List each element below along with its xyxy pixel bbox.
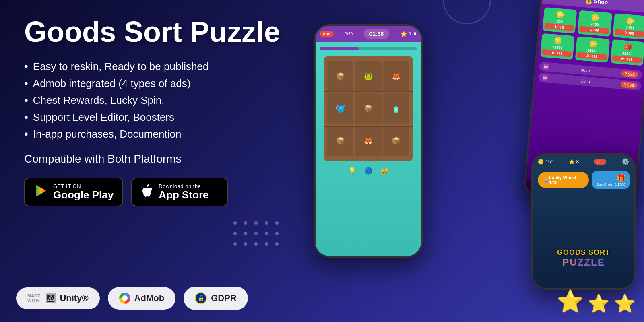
lives-price-1: 2.99$ bbox=[621, 70, 638, 78]
star-chest-label: Star Chest 8/1500 bbox=[596, 182, 625, 186]
br-coins-display: 🪙 150 bbox=[538, 159, 553, 165]
shop-item-1: 🪙 900 1.99$ bbox=[543, 7, 577, 34]
timer-display: 01:38 bbox=[364, 29, 390, 39]
admob-badge: AdMob bbox=[108, 287, 176, 310]
coin-value-br: 150 bbox=[545, 159, 553, 165]
compat-text: Compatible with Both Platforms bbox=[24, 153, 314, 165]
star-icon: ⭐ bbox=[400, 31, 407, 37]
shelf-slot-7: 📦 bbox=[327, 126, 353, 156]
phone-main-screen: ADS 0/30 01:38 ⭐ 0 ⏸ bbox=[316, 26, 421, 256]
apple-icon bbox=[141, 184, 154, 200]
made-with-label: MADEWITH bbox=[27, 293, 40, 303]
unity-label: Unity® bbox=[60, 293, 88, 303]
game-shelf: 📦 🐸 🦊 🪣 📦 🧴 📦 🦊 📦 bbox=[324, 56, 413, 161]
app-store-badge[interactable]: Download on the App Store bbox=[131, 178, 228, 206]
br-game-title-area: GOODS SORT PUZZLE bbox=[533, 248, 634, 268]
game-content: 📦 🐸 🦊 🪣 📦 🧴 📦 🦊 📦 💡 🔵 🔐 bbox=[316, 42, 421, 178]
pause-icon: ⏸ bbox=[413, 31, 417, 36]
coin-price-6: 69.99$ bbox=[612, 55, 642, 63]
ads-button: ADS bbox=[320, 31, 334, 37]
star-value-br: 8 bbox=[576, 159, 579, 165]
gdpr-label: GDPR bbox=[211, 293, 237, 303]
bottom-badges: MADEWITH Unity® AdMob 🔒 GDPR bbox=[16, 287, 248, 310]
lucky-wheel-row: 🎡 Lucky Wheel 1/10 🎁 Star Chest 8/1500 bbox=[538, 171, 630, 189]
full-label: Full bbox=[594, 159, 607, 165]
app-store-text: Download on the App Store bbox=[159, 183, 208, 201]
br-game-title-2: PUZZLE bbox=[533, 257, 634, 268]
phone-main: ADS 0/30 01:38 ⭐ 0 ⏸ bbox=[314, 24, 423, 258]
store-badges: GET IT ON Google Play Download on the Ap… bbox=[24, 178, 314, 206]
powerup-1: 💡 bbox=[348, 167, 356, 175]
lives-price-2: 9.99$ bbox=[620, 81, 637, 89]
deco-star-1: ⭐ bbox=[557, 289, 584, 314]
powerup-items: 💡 🔵 🔐 bbox=[348, 167, 388, 175]
coin-amount-1: 900 bbox=[556, 19, 563, 24]
lives-icon-1: ♾️ bbox=[543, 64, 549, 70]
admob-label: AdMob bbox=[134, 293, 165, 303]
coin-icon-4: 🪙 bbox=[553, 37, 562, 45]
level-counter: 0/30 bbox=[345, 32, 353, 36]
settings-icon-br[interactable]: ⚙️ bbox=[621, 158, 630, 165]
coin-amount-3: 5400 bbox=[625, 25, 634, 30]
shelf-slot-9: 📦 bbox=[383, 126, 409, 156]
coin-icon-2: 🪙 bbox=[591, 14, 600, 22]
google-play-icon bbox=[34, 184, 48, 200]
shop-item-3: 🪙 5400 9.99$ bbox=[613, 13, 644, 40]
coin-icon-5: 🪙 bbox=[588, 40, 597, 48]
phone-bottom-right: 🪙 150 ⭐ 8 Full ⚙️ 🎡 Lucky Wheel 1/10 bbox=[531, 153, 636, 290]
phone-topbar: ADS 0/30 01:38 ⭐ 0 ⏸ bbox=[316, 26, 421, 42]
lives-label-1: 30 m bbox=[581, 68, 590, 73]
dots-decoration bbox=[233, 221, 283, 250]
gdpr-badge: 🔒 GDPR bbox=[184, 287, 248, 310]
coin-icon-br: 🪙 bbox=[538, 159, 544, 165]
phones-area: 💰 Shop 🪙 900 1.99$ 🪙 2400 4.99$ 🪙 5400 bbox=[282, 0, 644, 322]
feature-3: Chest Rewards, Lucky Spin, bbox=[24, 94, 314, 107]
lucky-wheel-btn[interactable]: 🎡 Lucky Wheel 1/10 bbox=[538, 172, 589, 188]
coin-icon-3: 🪙 bbox=[626, 17, 635, 25]
shelf-slot-4: 🪣 bbox=[327, 93, 353, 124]
coin-price-5: 39.99$ bbox=[577, 52, 607, 60]
coin-price-1: 1.99$ bbox=[544, 23, 574, 31]
br-header: 🪙 150 ⭐ 8 Full ⚙️ bbox=[533, 155, 634, 169]
phone-br-screen: 🪙 150 ⭐ 8 Full ⚙️ 🎡 Lucky Wheel 1/10 bbox=[533, 155, 634, 288]
coin-amount-6: 42000 bbox=[622, 51, 633, 56]
coin-price-4: 19.99$ bbox=[542, 49, 572, 57]
stars-display: ⭐ 0 ⏸ bbox=[400, 31, 417, 37]
powerup-2: 🔵 bbox=[364, 167, 372, 175]
unity-icon bbox=[46, 293, 56, 303]
shop-item-4: 🪙 11000 19.99$ bbox=[540, 33, 575, 60]
br-rewards: 🎡 Lucky Wheel 1/10 🎁 Star Chest 8/1500 bbox=[533, 169, 634, 191]
shop-title: 💰 Shop bbox=[585, 0, 608, 5]
page-title: Goods Sort Puzzle bbox=[24, 16, 314, 48]
coin-amount-2: 2400 bbox=[590, 22, 599, 27]
br-stars-display: ⭐ 8 bbox=[569, 159, 579, 165]
coin-amount-5: 24000 bbox=[587, 48, 598, 53]
powerup-3: 🔐 bbox=[380, 167, 388, 175]
gdpr-icon: 🔒 bbox=[195, 292, 207, 304]
feature-2: Admob integrated (4 types of ads) bbox=[24, 77, 314, 90]
google-play-text: GET IT ON Google Play bbox=[53, 183, 114, 201]
feature-1: Easy to reskin, Ready to be published bbox=[24, 60, 314, 73]
lives-label-2: 120 m bbox=[579, 78, 590, 84]
deco-star-3: ⭐ bbox=[614, 293, 636, 314]
shelf-slot-1: 📦 bbox=[327, 61, 353, 92]
google-play-badge[interactable]: GET IT ON Google Play bbox=[24, 178, 123, 206]
star-icon-br: ⭐ bbox=[569, 159, 575, 165]
gift-icon: 🎁 bbox=[596, 173, 625, 182]
deco-star-2: ⭐ bbox=[588, 293, 610, 314]
lives-icon-2: ♾️ bbox=[542, 74, 549, 80]
coin-price-2: 4.99$ bbox=[579, 26, 609, 34]
lucky-wheel-label: Lucky Wheel 1/10 bbox=[549, 175, 583, 185]
features-list: Easy to reskin, Ready to be published Ad… bbox=[24, 60, 314, 140]
br-game-title-1: GOODS SORT bbox=[533, 248, 634, 257]
shop-item-6: 🎒 42000 69.99$ bbox=[610, 39, 644, 66]
stars-decoration: ⭐ ⭐ ⭐ bbox=[557, 288, 636, 314]
coin-price-3: 9.99$ bbox=[614, 29, 644, 37]
feature-5: In-app purchases, Documention bbox=[24, 128, 314, 140]
shop-item-2: 🪙 2400 4.99$ bbox=[578, 10, 612, 37]
unity-badge: MADEWITH Unity® bbox=[16, 287, 100, 309]
admob-icon bbox=[119, 293, 130, 304]
shelf-slot-3: 🦊 bbox=[383, 61, 409, 92]
feature-4: Support Level Editor, Boosters bbox=[24, 111, 314, 124]
shop-grid: 🪙 900 1.99$ 🪙 2400 4.99$ 🪙 5400 9.99$ 🪙 bbox=[537, 4, 644, 69]
